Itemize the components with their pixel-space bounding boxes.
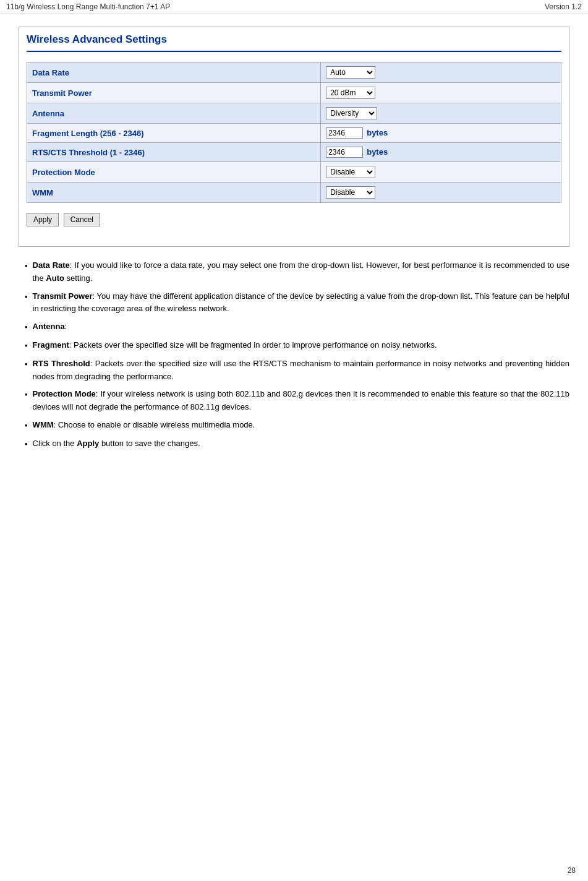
description-term: Protection Mode <box>33 389 96 398</box>
settings-control[interactable]: Auto1 Mbps2 Mbps5.5 Mbps6 Mbps9 Mbps11 M… <box>321 62 561 83</box>
description-text: Transmit Power: You may have the differe… <box>33 290 569 316</box>
settings-control[interactable]: DiversityAntenna AAntenna B <box>321 103 561 124</box>
page-header: 11b/g Wireless Long Range Multi-function… <box>0 0 588 14</box>
description-item: Data Rate: If you would like to force a … <box>19 259 569 285</box>
description-text: Click on the Apply button to save the ch… <box>33 437 200 450</box>
description-text: Protection Mode: If your wireless networ… <box>33 388 569 414</box>
description-item: Antenna: <box>19 320 569 334</box>
settings-label: Antenna <box>27 103 321 124</box>
settings-label: Protection Mode <box>27 162 321 183</box>
description-term: Fragment <box>33 340 69 350</box>
settings-control[interactable]: DisableEnable <box>321 183 561 203</box>
settings-control[interactable]: bytes <box>321 143 561 162</box>
description-text: Data Rate: If you would like to force a … <box>33 259 569 285</box>
settings-input[interactable] <box>326 147 363 158</box>
description-term: RTS Threshold <box>33 359 90 368</box>
settings-control[interactable]: DisableEnable <box>321 162 561 183</box>
settings-row: WMMDisableEnable <box>27 183 561 203</box>
header-left: 11b/g Wireless Long Range Multi-function… <box>6 2 170 11</box>
button-row: Apply Cancel <box>27 213 561 226</box>
header-right: Version 1.2 <box>545 2 582 11</box>
settings-select[interactable]: 20 dBm17 dBm14 dBm11 dBm <box>326 87 375 99</box>
description-term: Transmit Power <box>33 291 93 301</box>
description-item: RTS Threshold: Packets over the specifie… <box>19 358 569 384</box>
settings-label: Data Rate <box>27 62 321 83</box>
description-bold-inline: Auto <box>46 273 64 283</box>
settings-row: Data RateAuto1 Mbps2 Mbps5.5 Mbps6 Mbps9… <box>27 62 561 83</box>
description-text: Fragment: Packets over the specified siz… <box>33 339 437 352</box>
description-item: Transmit Power: You may have the differe… <box>19 290 569 316</box>
description-item: WMM: Choose to enable or disable wireles… <box>19 419 569 432</box>
description-section: Data Rate: If you would like to force a … <box>19 259 569 451</box>
settings-control[interactable]: bytes <box>321 124 561 143</box>
apply-button[interactable]: Apply <box>27 213 59 226</box>
settings-label: WMM <box>27 183 321 203</box>
settings-row: AntennaDiversityAntenna AAntenna B <box>27 103 561 124</box>
description-term: WMM <box>33 420 54 429</box>
settings-label: RTS/CTS Threshold (1 - 2346) <box>27 143 321 162</box>
settings-select[interactable]: DisableEnable <box>326 166 375 178</box>
description-text: WMM: Choose to enable or disable wireles… <box>33 419 255 432</box>
settings-select[interactable]: DiversityAntenna AAntenna B <box>326 107 377 119</box>
description-text: Antenna: <box>33 320 67 333</box>
settings-table: Data RateAuto1 Mbps2 Mbps5.5 Mbps6 Mbps9… <box>27 62 561 203</box>
settings-select[interactable]: Auto1 Mbps2 Mbps5.5 Mbps6 Mbps9 Mbps11 M… <box>326 66 375 79</box>
bytes-label: bytes <box>367 147 388 157</box>
description-bold-inline: Apply <box>77 439 99 448</box>
description-item: Fragment: Packets over the specified siz… <box>19 339 569 353</box>
description-term: Antenna <box>33 322 65 331</box>
settings-input[interactable] <box>326 127 363 139</box>
cancel-button[interactable]: Cancel <box>64 213 100 226</box>
settings-row: Transmit Power20 dBm17 dBm14 dBm11 dBm <box>27 83 561 103</box>
page-number: 28 <box>568 866 576 875</box>
settings-select[interactable]: DisableEnable <box>326 186 375 199</box>
settings-row: RTS/CTS Threshold (1 - 2346)bytes <box>27 143 561 162</box>
page-title: Wireless Advanced Settings <box>27 33 561 52</box>
settings-row: Fragment Length (256 - 2346)bytes <box>27 124 561 143</box>
description-text: RTS Threshold: Packets over the specifie… <box>33 358 569 384</box>
settings-control[interactable]: 20 dBm17 dBm14 dBm11 dBm <box>321 83 561 103</box>
bytes-label: bytes <box>367 128 388 137</box>
page-footer: 28 <box>568 866 576 875</box>
settings-label: Transmit Power <box>27 83 321 103</box>
description-item: Click on the Apply button to save the ch… <box>19 437 569 451</box>
description-item: Protection Mode: If your wireless networ… <box>19 388 569 414</box>
settings-label: Fragment Length (256 - 2346) <box>27 124 321 143</box>
description-term: Data Rate <box>33 260 70 270</box>
settings-row: Protection ModeDisableEnable <box>27 162 561 183</box>
